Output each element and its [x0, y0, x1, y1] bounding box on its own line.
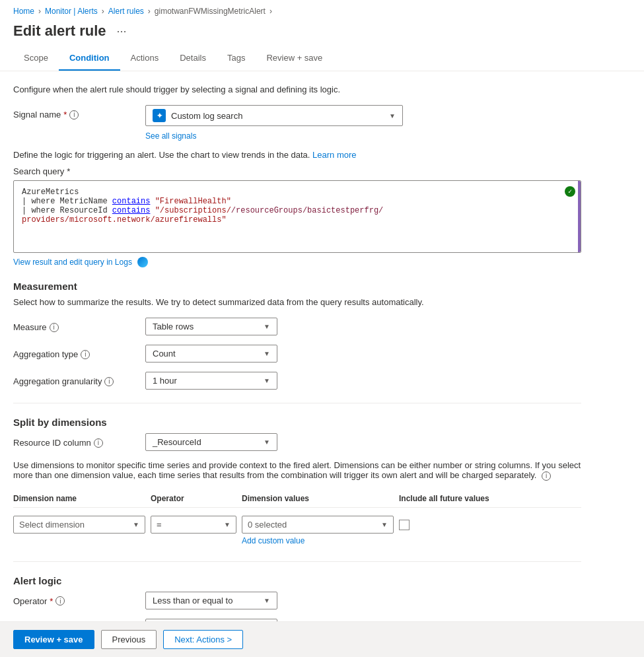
query-purple-bar: [578, 181, 581, 252]
view-result-link[interactable]: View result and edit query in Logs: [13, 257, 581, 267]
tab-review-save[interactable]: Review + save: [256, 46, 333, 71]
page-title: Edit alert rule: [13, 22, 106, 40]
aggregation-type-chevron: ▼: [264, 350, 270, 357]
aggregation-type-value: Count: [153, 349, 176, 359]
aggregation-type-field: Aggregation type i Count ▼: [13, 345, 581, 363]
tab-bar: Scope Condition Actions Details Tags Rev…: [0, 46, 644, 71]
aggregation-type-dropdown[interactable]: Count ▼: [145, 345, 277, 363]
resource-id-column-value: _ResourceId: [153, 437, 201, 447]
query-line-4: providers/microsoft.network/azurefirewal…: [22, 215, 573, 225]
dimension-operator-chevron: ▼: [224, 521, 231, 528]
breadcrumb: Home › Monitor | Alerts › Alert rules › …: [0, 0, 644, 20]
measure-value: Table rows: [153, 322, 194, 331]
include-future-checkbox[interactable]: [399, 520, 410, 530]
breadcrumb-current: gimotwanFWMissingMetricAlert: [155, 7, 266, 16]
dimensions-info-text: Use dimensions to monitor specific time …: [13, 460, 581, 481]
page-header: Edit alert rule ···: [0, 20, 644, 46]
measure-field: Measure i Table rows ▼: [13, 318, 581, 335]
measurement-title: Measurement: [13, 281, 581, 292]
signal-name-label: Signal name * i: [13, 105, 145, 120]
footer-bar: Review + save Previous Next: Actions >: [0, 621, 644, 657]
operator-dropdown[interactable]: Less than or equal to ▼: [145, 592, 277, 609]
aggregation-granularity-info-icon[interactable]: i: [104, 377, 114, 386]
operator-label: Operator: [13, 596, 47, 606]
tab-details[interactable]: Details: [169, 46, 217, 71]
breadcrumb-monitor[interactable]: Monitor | Alerts: [45, 7, 98, 16]
dimension-name-placeholder: Select dimension: [19, 520, 85, 530]
resource-id-column-label: Resource ID column: [13, 438, 91, 448]
tab-actions[interactable]: Actions: [120, 46, 170, 71]
split-by-dimensions-title: Split by dimensions: [13, 417, 581, 428]
review-save-button[interactable]: Review + save: [13, 630, 94, 649]
dimensions-info-icon[interactable]: i: [542, 471, 551, 481]
header-dimension-values: Dimension values: [242, 494, 394, 503]
learn-more-link[interactable]: Learn more: [312, 150, 356, 160]
header-dimension-name: Dimension name: [13, 494, 145, 503]
more-options-button[interactable]: ···: [113, 23, 131, 40]
query-line-1: AzureMetrics: [22, 188, 573, 197]
main-content: Configure when the alert rule should tri…: [0, 71, 594, 657]
resource-id-info-icon[interactable]: i: [94, 438, 103, 448]
measure-dropdown[interactable]: Table rows ▼: [145, 318, 277, 335]
search-query-box[interactable]: ✓ AzureMetrics | where MetricName contai…: [13, 180, 581, 253]
define-logic-text: Define the logic for triggering an alert…: [13, 150, 581, 160]
add-custom-value-link[interactable]: Add custom value: [242, 536, 394, 545]
measure-info-icon[interactable]: i: [50, 323, 59, 332]
dimension-operator-value: =: [157, 520, 162, 530]
dimension-name-dropdown[interactable]: Select dimension ▼: [13, 516, 145, 534]
aggregation-granularity-value: 1 hour: [153, 376, 177, 386]
tab-tags[interactable]: Tags: [217, 46, 256, 71]
signal-dropdown-chevron: ▼: [389, 112, 396, 120]
operator-chevron: ▼: [264, 597, 270, 604]
aggregation-type-info-icon[interactable]: i: [81, 350, 90, 359]
query-contains-2[interactable]: contains: [112, 206, 151, 215]
aggregation-type-label: Aggregation type: [13, 349, 78, 359]
signal-type-icon: ✦: [153, 109, 166, 122]
condition-description: Configure when the alert rule should tri…: [13, 85, 581, 94]
tab-condition[interactable]: Condition: [59, 46, 120, 71]
query-contains-1[interactable]: contains: [112, 197, 151, 206]
signal-name-dropdown[interactable]: ✦ Custom log search ▼: [145, 105, 403, 126]
operator-value: Less than or equal to: [153, 596, 233, 605]
dimension-values-chevron: ▼: [381, 521, 388, 528]
divider-1: [13, 403, 581, 403]
aggregation-granularity-dropdown[interactable]: 1 hour ▼: [145, 372, 277, 390]
next-button[interactable]: Next: Actions >: [163, 630, 243, 649]
dimensions-table-header: Dimension name Operator Dimension values…: [13, 490, 581, 508]
query-line-2: | where MetricName contains "FirewallHea…: [22, 197, 573, 206]
header-operator: Operator: [151, 494, 236, 503]
query-line-3: | where ResourceId contains "/subscripti…: [22, 206, 573, 215]
dimension-name-chevron: ▼: [133, 521, 139, 528]
breadcrumb-home[interactable]: Home: [13, 7, 34, 16]
measurement-description: Select how to summarize the results. We …: [13, 297, 581, 307]
resource-id-chevron: ▼: [264, 438, 270, 446]
previous-button[interactable]: Previous: [101, 630, 157, 649]
alert-logic-title: Alert logic: [13, 575, 581, 586]
resource-id-column-field: Resource ID column i _ResourceId ▼: [13, 433, 581, 451]
measure-chevron: ▼: [264, 323, 270, 330]
view-result-text: View result and edit query in Logs: [13, 258, 132, 267]
see-all-signals-link[interactable]: See all signals: [145, 131, 403, 141]
operator-field: Operator * i Less than or equal to ▼: [13, 592, 581, 609]
aggregation-granularity-label: Aggregation granularity: [13, 376, 102, 386]
operator-info-icon[interactable]: i: [55, 596, 65, 605]
divider-2: [13, 561, 581, 562]
breadcrumb-alert-rules[interactable]: Alert rules: [108, 7, 144, 16]
measure-label: Measure: [13, 322, 47, 332]
signal-name-field: Signal name * i ✦ Custom log search ▼ Se…: [13, 105, 581, 141]
aggregation-granularity-chevron: ▼: [264, 377, 270, 384]
dimension-values-placeholder: 0 selected: [248, 520, 287, 530]
dimension-operator-dropdown[interactable]: = ▼: [151, 516, 236, 534]
dimension-values-dropdown[interactable]: 0 selected ▼: [242, 516, 394, 534]
tab-scope[interactable]: Scope: [13, 46, 59, 71]
signal-name-value: Custom log search: [171, 111, 242, 121]
copilot-icon: [137, 257, 148, 267]
aggregation-granularity-field: Aggregation granularity i 1 hour ▼: [13, 372, 581, 390]
dimension-row: Select dimension ▼ = ▼ 0 selected ▼ Add …: [13, 513, 581, 548]
resource-id-column-dropdown[interactable]: _ResourceId ▼: [145, 433, 277, 451]
signal-name-info-icon[interactable]: i: [69, 110, 79, 120]
header-include-future: Include all future values: [399, 494, 518, 503]
query-valid-indicator: ✓: [565, 186, 575, 197]
query-label: Search query *: [13, 166, 581, 176]
